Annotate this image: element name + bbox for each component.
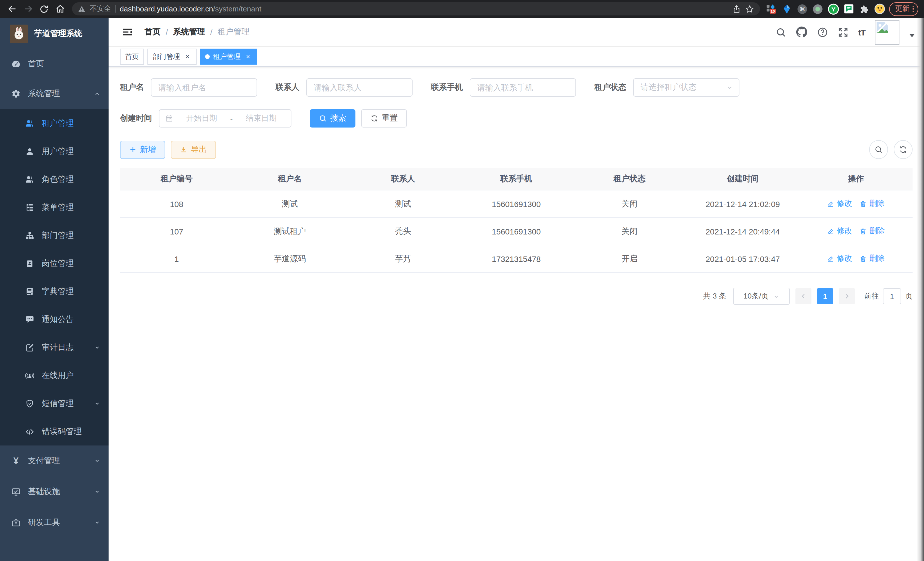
next-page-button[interactable]	[839, 288, 855, 304]
user-avatar[interactable]	[875, 20, 899, 44]
share-icon[interactable]	[732, 4, 741, 14]
sidebar-item-label: 字典管理	[42, 286, 100, 296]
sidebar-collapse-button[interactable]	[117, 26, 138, 38]
cell-phone: 15601691300	[460, 218, 573, 245]
add-button[interactable]: 新增	[120, 140, 165, 159]
sidebar-item-infra[interactable]: 基础设施	[0, 476, 109, 507]
field-label: 联系人	[275, 82, 299, 93]
current-page-button[interactable]: 1	[817, 288, 833, 304]
browser-forward-button[interactable]	[22, 3, 34, 15]
address-bar[interactable]: 不安全 dashboard.yudao.iocoder.cn/system/te…	[72, 2, 760, 15]
delete-link[interactable]: 删除	[860, 226, 885, 236]
close-icon[interactable]	[183, 53, 191, 61]
edit-pen-icon	[827, 255, 835, 262]
bookmark-star-icon[interactable]	[745, 4, 754, 14]
sidebar-item-notice[interactable]: 通知公告	[0, 305, 109, 333]
shield-check-icon	[25, 399, 34, 408]
sidebar-item-dict[interactable]: 字典管理	[0, 277, 109, 305]
refresh-table-button[interactable]	[894, 140, 913, 159]
edit-link[interactable]: 修改	[827, 226, 852, 236]
extensions-puzzle-icon[interactable]	[858, 3, 870, 15]
sidebar-item-dev-tools[interactable]: 研发工具	[0, 507, 109, 538]
github-link[interactable]	[796, 26, 807, 38]
prev-page-button[interactable]	[795, 288, 812, 304]
extension-chat-icon[interactable]	[843, 3, 855, 15]
cell-tenant-id: 107	[120, 218, 233, 245]
chrome-update-button[interactable]: 更新	[889, 2, 918, 16]
page-size-value: 10条/页	[743, 291, 769, 301]
button-label: 重置	[382, 113, 398, 123]
start-date-placeholder: 开始日期	[178, 113, 226, 123]
extension-y-icon[interactable]: Y	[827, 3, 839, 15]
date-range-input[interactable]: 开始日期 - 结束日期	[159, 109, 291, 128]
sidebar-item-user[interactable]: 用户管理	[0, 137, 109, 165]
monitor-icon	[11, 487, 21, 496]
extension-badge-icon[interactable]: 10	[765, 3, 777, 15]
tenant-name-input[interactable]	[151, 78, 257, 97]
sidebar-item-menu[interactable]: 菜单管理	[0, 193, 109, 221]
sidebar-submenu-system: 租户管理 用户管理 角色管理 菜单管理 部门管理	[0, 109, 109, 445]
main-area: 首页 / 系统管理 / 租户管理	[109, 18, 924, 561]
gear-icon	[11, 89, 21, 98]
profile-avatar-icon[interactable]	[873, 3, 885, 15]
delete-link[interactable]: 删除	[860, 254, 885, 264]
search-button[interactable]: 搜索	[310, 109, 356, 128]
tab-dept[interactable]: 部门管理	[147, 49, 196, 65]
hide-search-button[interactable]	[869, 140, 888, 159]
sidebar-item-label: 审计日志	[42, 342, 86, 353]
edit-link[interactable]: 修改	[827, 199, 852, 209]
goto-page-input[interactable]	[883, 288, 901, 304]
extension-kite-icon[interactable]	[781, 3, 793, 15]
sidebar-item-role[interactable]: 角色管理	[0, 165, 109, 193]
sidebar-item-home[interactable]: 首页	[0, 50, 109, 78]
delete-link[interactable]: 删除	[860, 199, 885, 209]
tree-icon	[25, 203, 34, 212]
sidebar-item-label: 租户管理	[42, 118, 100, 128]
sidebar-item-tenant[interactable]: 租户管理	[0, 109, 109, 137]
page-size-select[interactable]: 10条/页	[733, 288, 790, 305]
broadcast-user-icon	[25, 371, 34, 380]
svg-text:Y: Y	[831, 6, 835, 12]
tab-home[interactable]: 首页	[120, 49, 144, 65]
sidebar-logo[interactable]: 芋道管理系统	[0, 18, 109, 50]
fullscreen-button[interactable]	[838, 27, 849, 38]
breadcrumb-system[interactable]: 系统管理	[173, 27, 205, 37]
tab-tenant-active[interactable]: 租户管理	[200, 49, 257, 65]
edit-link[interactable]: 修改	[827, 254, 852, 264]
sidebar-item-system[interactable]: 系统管理	[0, 78, 109, 109]
sidebar-item-pay[interactable]: ¥ 支付管理	[0, 445, 109, 476]
browser-reload-button[interactable]	[38, 3, 50, 15]
filter-row-1: 租户名 联系人 联系手机 租户状态 请选择租户状态	[120, 78, 913, 97]
chevron-down-icon	[94, 488, 100, 495]
export-button[interactable]: 导出	[171, 140, 216, 159]
sidebar-item-audit-log[interactable]: 审计日志	[0, 333, 109, 361]
extension-green-dot-icon[interactable]	[812, 3, 824, 15]
sidebar-item-post[interactable]: 岗位管理	[0, 249, 109, 277]
browser-back-button[interactable]	[6, 3, 18, 15]
contact-input[interactable]	[306, 78, 412, 97]
browser-menu-kebab-icon[interactable]	[912, 6, 914, 12]
breadcrumb-home[interactable]: 首页	[145, 27, 160, 37]
cell-tenant-id: 1	[120, 245, 233, 272]
sidebar-item-label: 首页	[28, 59, 100, 69]
sidebar-item-online-user[interactable]: 在线用户	[0, 361, 109, 390]
app-title: 芋道管理系统	[34, 29, 82, 39]
url-host: dashboard.yudao.iocoder.cn	[120, 5, 213, 13]
omnibox-divider	[115, 5, 116, 13]
sidebar-item-dept[interactable]: 部门管理	[0, 221, 109, 249]
browser-home-button[interactable]	[54, 3, 66, 15]
calendar-icon	[165, 114, 173, 122]
header-search-button[interactable]	[776, 27, 786, 38]
font-size-icon[interactable]: tT	[858, 27, 865, 37]
sidebar-item-error-code[interactable]: 错误码管理	[0, 417, 109, 445]
avatar-dropdown-caret-icon[interactable]	[909, 34, 915, 37]
extension-command-icon[interactable]: ⌘	[796, 3, 808, 15]
phone-input[interactable]	[470, 78, 576, 97]
tab-label: 部门管理	[153, 52, 180, 62]
tab-label: 租户管理	[213, 52, 241, 62]
status-select[interactable]: 请选择租户状态	[633, 78, 740, 97]
sidebar-item-sms[interactable]: 短信管理	[0, 390, 109, 417]
close-icon[interactable]	[244, 53, 252, 61]
help-button[interactable]	[817, 27, 828, 38]
reset-button[interactable]: 重置	[361, 109, 407, 128]
